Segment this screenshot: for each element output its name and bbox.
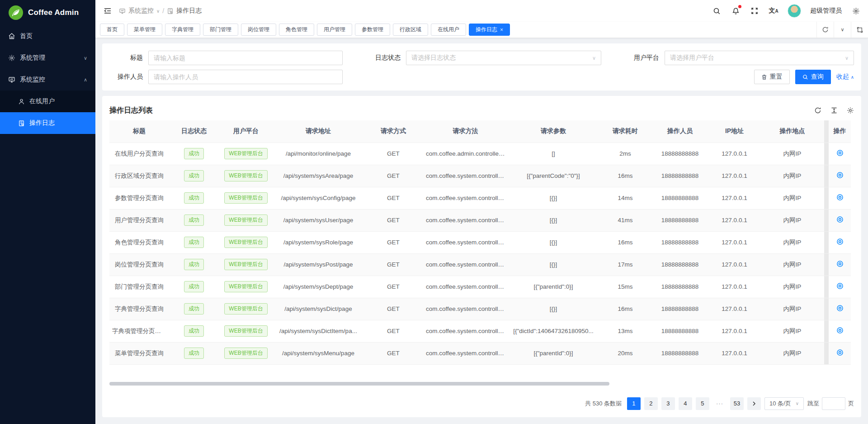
refresh-table-icon[interactable] bbox=[814, 107, 821, 114]
view-detail-eye-icon[interactable] bbox=[836, 260, 844, 267]
page-button-53[interactable]: 53 bbox=[730, 397, 744, 410]
tab-5[interactable]: 角色管理 bbox=[279, 24, 314, 36]
translate-icon[interactable]: 文A bbox=[769, 6, 778, 16]
tab-9[interactable]: 在线用户 bbox=[431, 24, 466, 36]
operator-input[interactable] bbox=[148, 70, 343, 84]
jump-page-input[interactable] bbox=[822, 397, 845, 410]
row-density-icon[interactable] bbox=[830, 107, 838, 114]
refresh-tab-icon[interactable] bbox=[816, 22, 834, 38]
trash-icon bbox=[761, 74, 767, 80]
maximize-content-icon[interactable] bbox=[851, 22, 868, 38]
cell-time: 16ms bbox=[599, 165, 651, 187]
monitor-icon bbox=[8, 76, 15, 83]
table-vertical-scrollbar[interactable] bbox=[824, 231, 829, 253]
horizontal-scrollbar[interactable] bbox=[109, 382, 609, 386]
tab-10[interactable]: 操作日志× bbox=[469, 24, 510, 36]
platform-badge: WEB管理后台 bbox=[224, 325, 267, 337]
reset-button[interactable]: 重置 bbox=[754, 70, 790, 84]
user-platform-select[interactable]: 请选择用户平台 ∨ bbox=[665, 51, 854, 65]
search-icon[interactable] bbox=[712, 6, 722, 16]
title-input[interactable] bbox=[148, 51, 343, 65]
cell-operator: 18888888888 bbox=[651, 253, 708, 276]
table-vertical-scrollbar[interactable] bbox=[824, 120, 829, 143]
cell-url: /api/system/sysUser/page bbox=[273, 209, 363, 231]
table-vertical-scrollbar[interactable] bbox=[824, 143, 829, 165]
notification-bell-icon[interactable] bbox=[731, 6, 741, 16]
table-vertical-scrollbar[interactable] bbox=[824, 209, 829, 231]
tab-label: 部门管理 bbox=[210, 26, 231, 33]
page-button-4[interactable]: 4 bbox=[679, 397, 692, 410]
table-vertical-scrollbar[interactable] bbox=[824, 342, 829, 364]
username[interactable]: 超级管理员 bbox=[810, 7, 842, 15]
fullscreen-icon[interactable] bbox=[750, 6, 760, 16]
tab-label: 在线用户 bbox=[438, 26, 459, 33]
column-header: 操作地点 bbox=[760, 120, 824, 143]
tab-4[interactable]: 岗位管理 bbox=[241, 24, 276, 36]
view-detail-eye-icon[interactable] bbox=[836, 305, 844, 312]
view-detail-eye-icon[interactable] bbox=[836, 282, 844, 290]
tab-2[interactable]: 字典管理 bbox=[165, 24, 200, 36]
cell-action bbox=[829, 320, 851, 342]
breadcrumb-parent[interactable]: 系统监控 bbox=[128, 7, 154, 15]
sidebar-item-system-monitor[interactable]: 系统监控 ∧ bbox=[0, 69, 95, 91]
cell-operator: 18888888888 bbox=[651, 276, 708, 298]
cell-url: /api/system/sysDict/page bbox=[273, 298, 363, 320]
tab-label: 行政区域 bbox=[400, 26, 421, 33]
cell-params: [{"parentId":0}] bbox=[508, 276, 599, 298]
table-row: 部门管理分页查询成功WEB管理后台/api/system/sysDept/pag… bbox=[109, 276, 851, 298]
platform-badge: WEB管理后台 bbox=[224, 214, 267, 226]
chevron-down-icon[interactable]: ∨ bbox=[156, 9, 160, 14]
tab-6[interactable]: 用户管理 bbox=[317, 24, 352, 36]
table-vertical-scrollbar[interactable] bbox=[824, 165, 829, 187]
view-detail-eye-icon[interactable] bbox=[836, 327, 844, 334]
tab-3[interactable]: 部门管理 bbox=[203, 24, 238, 36]
cell-location: 内网IP bbox=[760, 143, 824, 165]
collapse-sidebar-icon[interactable] bbox=[103, 6, 113, 16]
cell-params: [] bbox=[508, 143, 599, 165]
page-button-1[interactable]: 1 bbox=[627, 397, 641, 410]
tab-0[interactable]: 首页 bbox=[100, 24, 124, 36]
page-button-3[interactable]: 3 bbox=[661, 397, 675, 410]
tab-close-icon[interactable]: × bbox=[500, 27, 503, 33]
page-button-5[interactable]: 5 bbox=[696, 397, 709, 410]
table-vertical-scrollbar[interactable] bbox=[824, 253, 829, 276]
next-page-button[interactable] bbox=[747, 397, 761, 410]
cell-location: 内网IP bbox=[760, 320, 824, 342]
sidebar-item-system-management[interactable]: 系统管理 ∨ bbox=[0, 47, 95, 69]
tab-options-chevron-icon[interactable]: ∨ bbox=[834, 22, 851, 38]
collapse-filter-link[interactable]: 收起 ∧ bbox=[836, 73, 854, 81]
table-vertical-scrollbar[interactable] bbox=[824, 320, 829, 342]
log-status-select[interactable]: 请选择日志状态 ∨ bbox=[406, 51, 601, 65]
cell-location: 内网IP bbox=[760, 253, 824, 276]
settings-gear-icon[interactable] bbox=[851, 6, 861, 16]
view-detail-eye-icon[interactable] bbox=[836, 349, 844, 356]
chevron-up-icon: ∧ bbox=[84, 77, 87, 83]
table-vertical-scrollbar[interactable] bbox=[824, 276, 829, 298]
column-header: 请求参数 bbox=[508, 120, 599, 143]
platform-badge: WEB管理后台 bbox=[224, 348, 267, 359]
sidebar-item-operation-log[interactable]: 操作日志 bbox=[0, 112, 95, 134]
table-vertical-scrollbar[interactable] bbox=[824, 187, 829, 209]
view-detail-eye-icon[interactable] bbox=[836, 216, 844, 223]
tab-1[interactable]: 菜单管理 bbox=[127, 24, 162, 36]
view-detail-eye-icon[interactable] bbox=[836, 172, 844, 179]
sidebar-item-home[interactable]: 首页 bbox=[0, 25, 95, 47]
status-badge: 成功 bbox=[184, 148, 204, 159]
column-settings-gear-icon[interactable] bbox=[847, 107, 854, 114]
user-platform-placeholder: 请选择用户平台 bbox=[670, 54, 714, 62]
avatar[interactable] bbox=[788, 4, 801, 18]
app-title: Coffee Admin bbox=[28, 8, 79, 17]
page-button-2[interactable]: 2 bbox=[644, 397, 658, 410]
tab-7[interactable]: 参数管理 bbox=[355, 24, 390, 36]
cell-action bbox=[829, 342, 851, 364]
view-detail-eye-icon[interactable] bbox=[836, 149, 844, 157]
view-detail-eye-icon[interactable] bbox=[836, 238, 844, 245]
search-button[interactable]: 查询 bbox=[795, 70, 831, 84]
cell-url: /api/system/sysRole/page bbox=[273, 231, 363, 253]
sidebar-item-online-users[interactable]: 在线用户 bbox=[0, 91, 95, 112]
page-size-select[interactable]: 10 条/页 ∨ bbox=[764, 397, 804, 410]
view-detail-eye-icon[interactable] bbox=[836, 194, 844, 201]
table-vertical-scrollbar[interactable] bbox=[824, 298, 829, 320]
cell-ip: 127.0.0.1 bbox=[708, 320, 760, 342]
tab-8[interactable]: 行政区域 bbox=[393, 24, 428, 36]
